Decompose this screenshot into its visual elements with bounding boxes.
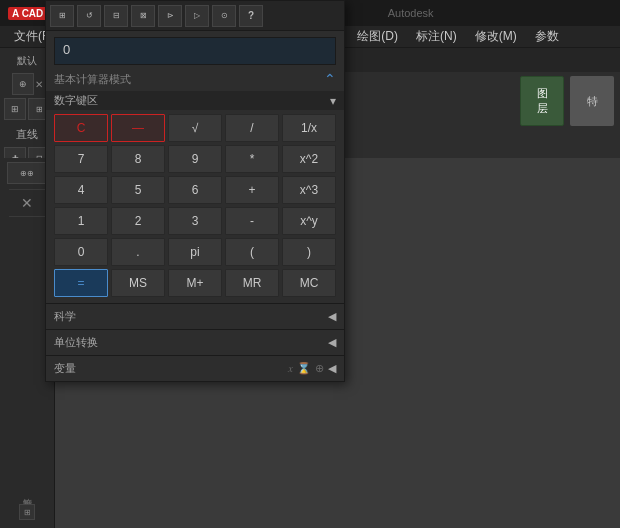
calc-display-value: 0	[63, 42, 70, 57]
calc-tool-6[interactable]: ▷	[185, 5, 209, 27]
btn-mplus[interactable]: M+	[168, 269, 222, 297]
menu-draw[interactable]: 绘图(D)	[349, 26, 406, 47]
menu-param[interactable]: 参数	[527, 26, 567, 47]
app-container: A CAD 📄 📂 💾 🖨 ↩ ↪ 共享 Autodesk 文件(F) 编辑(E…	[0, 0, 620, 528]
sidebar-grid-btn[interactable]: ⊞	[19, 504, 35, 520]
calc-mode-arrow[interactable]: ⌃	[324, 71, 336, 87]
calc-section-variables[interactable]: 变量 𝑥 ⌛ ⊕ ◀	[46, 355, 344, 381]
tool-btn-1[interactable]: ⊕	[12, 73, 34, 95]
menu-dimension[interactable]: 标注(N)	[408, 26, 465, 47]
btn-mc[interactable]: MC	[282, 269, 336, 297]
btn-square[interactable]: x^2	[282, 145, 336, 173]
variables-label: 变量	[54, 361, 76, 376]
btn-cube[interactable]: x^3	[282, 176, 336, 204]
sidebar-divider-2	[9, 216, 45, 217]
calc-display: 0	[54, 37, 336, 65]
units-label: 单位转换	[54, 335, 98, 350]
calc-tool-1[interactable]: ⊞	[50, 5, 74, 27]
calc-help-btn[interactable]: ?	[239, 5, 263, 27]
calc-row-6: = MS M+ MR MC	[54, 269, 336, 297]
units-arrow: ◀	[328, 336, 336, 349]
calc-tool-7[interactable]: ⊙	[212, 5, 236, 27]
btn-mr[interactable]: MR	[225, 269, 279, 297]
science-arrow: ◀	[328, 310, 336, 323]
calc-numpad-label: 数字键区	[54, 93, 98, 108]
calc-mode-label: 基本计算器模式	[54, 72, 131, 87]
calc-toolbar: ⊞ ↺ ⊟ ⊠ ⊳ ▷ ⊙ ?	[46, 1, 344, 31]
layer-btn[interactable]: 图层	[520, 76, 564, 126]
calc-section-science[interactable]: 科学 ◀	[46, 303, 344, 329]
btn-6[interactable]: 6	[168, 176, 222, 204]
btn-5[interactable]: 5	[111, 176, 165, 204]
calc-tool-5[interactable]: ⊳	[158, 5, 182, 27]
calc-tool-4[interactable]: ⊠	[131, 5, 155, 27]
sidebar-divider-1	[9, 189, 45, 190]
calc-numpad-header[interactable]: 数字键区 ▾	[46, 91, 344, 110]
btn-2[interactable]: 2	[111, 207, 165, 235]
btn-equals[interactable]: =	[54, 269, 108, 297]
btn-reciprocal[interactable]: 1/x	[282, 114, 336, 142]
collapse-arrow-1[interactable]: ✕	[36, 73, 42, 95]
btn-multiply[interactable]: *	[225, 145, 279, 173]
tool-btn-2[interactable]: ⊞	[4, 98, 26, 120]
calc-section-units[interactable]: 单位转换 ◀	[46, 329, 344, 355]
btn-0[interactable]: 0	[54, 238, 108, 266]
btn-negate[interactable]: —	[111, 114, 165, 142]
btn-subtract[interactable]: -	[225, 207, 279, 235]
var-icon-2: ⌛	[297, 362, 311, 375]
special-btn[interactable]: 特	[570, 76, 614, 126]
autodesk-label: Autodesk	[388, 7, 434, 19]
var-icon-1: 𝑥	[288, 362, 293, 375]
menu-modify[interactable]: 修改(M)	[467, 26, 525, 47]
variables-arrow: ◀	[328, 362, 336, 375]
sidebar-top-btn[interactable]: ⊕⊕	[7, 162, 47, 184]
sidebar-vertical-label: 绘制工具栏	[21, 491, 34, 496]
btn-sqrt[interactable]: √	[168, 114, 222, 142]
calc-row-1: C — √ / 1/x	[54, 114, 336, 142]
btn-ms[interactable]: MS	[111, 269, 165, 297]
calc-row-5: 0 . pi ( )	[54, 238, 336, 266]
calc-row-2: 7 8 9 * x^2	[54, 145, 336, 173]
btn-divide[interactable]: /	[225, 114, 279, 142]
btn-rparen[interactable]: )	[282, 238, 336, 266]
btn-7[interactable]: 7	[54, 145, 108, 173]
btn-9[interactable]: 9	[168, 145, 222, 173]
calc-tool-2[interactable]: ↺	[77, 5, 101, 27]
calc-buttons: C — √ / 1/x 7 8 9 * x^2 4 5 6 + x^3	[46, 114, 344, 303]
variable-icons: 𝑥 ⌛ ⊕ ◀	[288, 362, 336, 375]
btn-1[interactable]: 1	[54, 207, 108, 235]
btn-clear[interactable]: C	[54, 114, 108, 142]
btn-4[interactable]: 4	[54, 176, 108, 204]
science-label: 科学	[54, 309, 76, 324]
calc-row-4: 1 2 3 - x^y	[54, 207, 336, 235]
calc-tool-3[interactable]: ⊟	[104, 5, 128, 27]
cad-logo: A CAD	[8, 7, 47, 20]
right-group: 图层 特	[520, 76, 614, 126]
calc-numpad-expand[interactable]: ▾	[330, 94, 336, 108]
btn-pi[interactable]: pi	[168, 238, 222, 266]
default-label: 默认	[15, 52, 39, 70]
calc-mode: 基本计算器模式 ⌃	[46, 69, 344, 91]
sidebar-bottom: 绘制工具栏 ⊞	[19, 222, 35, 528]
btn-8[interactable]: 8	[111, 145, 165, 173]
btn-add[interactable]: +	[225, 176, 279, 204]
var-icon-3: ⊕	[315, 362, 324, 375]
line-label: 直线	[16, 127, 38, 142]
btn-power[interactable]: x^y	[282, 207, 336, 235]
calc-row-3: 4 5 6 + x^3	[54, 176, 336, 204]
btn-3[interactable]: 3	[168, 207, 222, 235]
sidebar-tool-1[interactable]: ✕	[21, 195, 33, 211]
btn-decimal[interactable]: .	[111, 238, 165, 266]
btn-lparen[interactable]: (	[225, 238, 279, 266]
lrt-row2: ⊞ ⊞	[4, 98, 50, 120]
calculator-dialog: ⊞ ↺ ⊟ ⊠ ⊳ ▷ ⊙ ? 0 基本计算器模式 ⌃ 数字键区 ▾ C	[45, 0, 345, 382]
lrt-row1: ⊕ ✕	[12, 73, 42, 95]
